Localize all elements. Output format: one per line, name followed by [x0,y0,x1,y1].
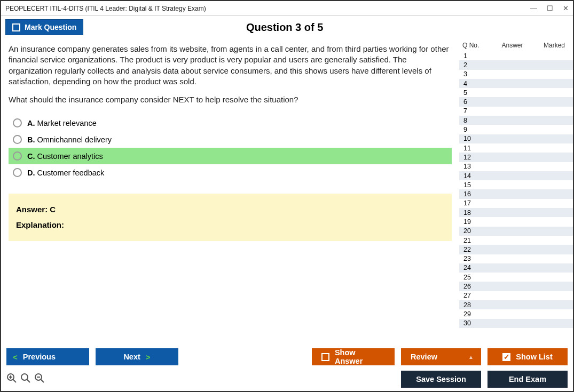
qlist-row[interactable]: 16 [459,189,573,198]
qlist-row[interactable]: 7 [459,107,573,116]
maximize-icon[interactable]: ☐ [547,4,553,12]
mark-question-label: Mark Question [25,23,76,31]
chevron-left-icon: < [13,353,18,362]
qlist-row[interactable]: 14 [459,171,573,180]
zoom-controls [6,373,45,386]
qlist-row[interactable]: 5 [459,88,573,97]
save-session-label: Save Session [416,375,466,383]
answer-box: Answer: C Explanation: [9,194,452,241]
col-header-marked: Marked [539,42,570,49]
chevron-right-icon: > [146,353,151,362]
question-text: An insurance company generates sales fro… [9,44,452,113]
previous-button[interactable]: < Previous [6,348,89,365]
qlist-row[interactable]: 27 [459,291,573,300]
radio-icon [13,151,22,161]
qlist-row[interactable]: 11 [459,143,573,153]
qlist-row[interactable]: 19 [459,217,573,226]
qlist-row[interactable]: 28 [459,300,573,309]
qlist-row[interactable]: 24 [459,263,573,273]
side-pane: Q No. Answer Marked 12345678910111213141… [459,38,573,344]
qlist-row[interactable]: 17 [459,199,573,208]
qlist-row[interactable]: 12 [459,153,573,162]
show-answer-button[interactable]: Show Answer [312,348,395,365]
mark-question-button[interactable]: Mark Question [5,19,83,35]
zoom-out-icon[interactable] [34,373,45,386]
options-list: A. Market relevanceB. Omnichannel delive… [9,115,452,181]
question-para-2: What should the insurance company consid… [9,94,452,105]
radio-icon [13,135,22,144]
show-answer-label: Show Answer [335,348,385,365]
window-title: PEOPLECERT ITIL-4-DITS (ITIL 4 Leader: D… [5,5,206,12]
svg-line-7 [41,379,44,382]
option-d[interactable]: D. Customer feedback [9,164,452,181]
qlist-row[interactable]: 18 [459,208,573,217]
footer-row-1: < Previous Next > Show Answer Review ▲ S… [6,348,568,365]
svg-point-4 [21,374,28,380]
qlist-row[interactable]: 15 [459,180,573,189]
app-window: PEOPLECERT ITIL-4-DITS (ITIL 4 Leader: D… [0,0,574,392]
window-controls: — ☐ ✕ [530,4,569,12]
radio-icon [13,118,22,127]
radio-icon [13,168,22,177]
zoom-in-icon[interactable] [6,373,17,386]
qlist-row[interactable]: 26 [459,282,573,291]
qlist-row[interactable]: 23 [459,254,573,263]
question-number-label: Question 3 of 5 [83,21,486,34]
minimize-icon[interactable]: — [530,4,537,12]
option-c[interactable]: C. Customer analytics [9,148,452,164]
show-answer-checkbox-icon [321,353,329,361]
body: An insurance company generates sales fro… [1,38,573,344]
svg-line-5 [27,379,30,382]
previous-label: Previous [23,353,56,361]
option-label: B. Omnichannel delivery [27,135,112,144]
qlist-row[interactable]: 25 [459,273,573,282]
qlist-row[interactable]: 29 [459,309,573,318]
col-header-answer: Answer [486,42,539,49]
option-label: D. Customer feedback [27,169,104,177]
show-list-button[interactable]: Show List [487,348,568,365]
qlist-row[interactable]: 21 [459,236,573,245]
end-exam-button[interactable]: End Exam [487,371,568,388]
qlist-row[interactable]: 13 [459,162,573,171]
question-list[interactable]: 1234567891011121314151617181920212223242… [459,51,573,344]
end-exam-label: End Exam [509,375,546,383]
save-session-button[interactable]: Save Session [401,371,481,388]
option-b[interactable]: B. Omnichannel delivery [9,131,452,148]
header-row: Mark Question Question 3 of 5 [1,16,573,38]
option-a[interactable]: A. Market relevance [9,115,452,131]
qlist-row[interactable]: 2 [459,60,573,69]
qlist-row[interactable]: 20 [459,227,573,236]
qlist-row[interactable]: 4 [459,79,573,88]
review-button[interactable]: Review ▲ [401,348,481,365]
explanation-line: Explanation: [16,218,444,233]
next-label: Next [123,353,140,361]
review-label: Review [411,353,437,361]
close-icon[interactable]: ✕ [563,4,569,12]
qlist-row[interactable]: 22 [459,245,573,254]
qlist-row[interactable]: 6 [459,97,573,106]
mark-checkbox-icon [12,23,20,31]
svg-line-1 [13,379,17,382]
show-list-label: Show List [516,353,552,361]
main-pane: An insurance company generates sales fro… [1,38,459,344]
qlist-row[interactable]: 30 [459,319,573,328]
qlist-row[interactable]: 3 [459,70,573,79]
titlebar: PEOPLECERT ITIL-4-DITS (ITIL 4 Leader: D… [1,1,573,16]
qlist-row[interactable]: 10 [459,134,573,143]
answer-line: Answer: C [16,202,444,218]
show-list-checkbox-icon [502,353,510,361]
side-header: Q No. Answer Marked [459,41,573,51]
qlist-row[interactable]: 9 [459,125,573,134]
qlist-row[interactable]: 8 [459,116,573,125]
next-button[interactable]: Next > [96,348,178,365]
option-label: A. Market relevance [27,119,97,127]
question-para-1: An insurance company generates sales fro… [9,44,452,87]
caret-up-icon: ▲ [468,354,474,360]
footer: < Previous Next > Show Answer Review ▲ S… [1,344,573,391]
qlist-row[interactable]: 1 [459,51,573,60]
footer-row-2: Save Session End Exam [6,371,568,388]
zoom-reset-icon[interactable] [20,373,31,386]
option-label: C. Customer analytics [27,152,103,161]
col-header-qno: Q No. [462,42,486,49]
